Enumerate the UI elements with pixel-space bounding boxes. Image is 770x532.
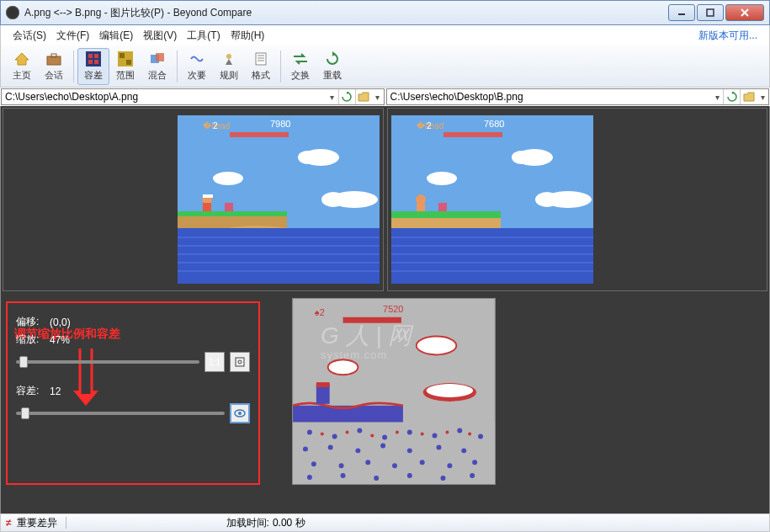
svg-point-107 xyxy=(447,463,452,468)
path-left-dropdown[interactable]: ▾ xyxy=(327,93,338,102)
tool-sessions[interactable]: 会话 xyxy=(38,48,70,85)
svg-point-56 xyxy=(535,192,559,207)
svg-rect-14 xyxy=(126,60,131,65)
svg-point-104 xyxy=(365,460,370,465)
tool-secondary[interactable]: 次要 xyxy=(181,48,213,85)
svg-rect-78 xyxy=(343,317,401,323)
controls-panel: 偏移:(0,0) 缩放:47% 1:1 容差:12 xyxy=(3,298,263,488)
diff-status-label: 重要差异 xyxy=(17,516,57,530)
tool-range[interactable]: 范围 xyxy=(109,48,141,85)
zoom-label: 缩放: xyxy=(16,332,50,347)
svg-point-54 xyxy=(427,172,457,185)
zoom-actual-button[interactable]: 1:1 xyxy=(204,352,225,372)
right-image-panel[interactable]: �head 2 7680 xyxy=(387,108,768,291)
tool-reload[interactable]: 重载 xyxy=(316,48,348,85)
svg-text:2: 2 xyxy=(213,121,218,130)
svg-point-17 xyxy=(226,54,231,59)
tool-home[interactable]: 主页 xyxy=(6,48,38,85)
svg-rect-7 xyxy=(86,51,101,66)
svg-rect-38 xyxy=(203,203,211,211)
svg-point-92 xyxy=(433,434,438,439)
svg-point-101 xyxy=(461,448,466,453)
statusbar: ≠ 重要差异 加载时间: 0.00 秒 xyxy=(0,513,770,532)
tool-format[interactable]: 格式 xyxy=(245,48,277,85)
diff-image-thumb: ♠2 7520 xyxy=(292,298,496,485)
svg-point-32 xyxy=(213,172,243,185)
svg-point-114 xyxy=(470,473,475,478)
zoom-fit-button[interactable] xyxy=(230,352,250,372)
svg-point-113 xyxy=(440,476,445,481)
zoom-slider[interactable] xyxy=(16,360,199,364)
path-right-input[interactable] xyxy=(387,89,712,104)
svg-rect-51 xyxy=(443,132,502,137)
tolerance-icon xyxy=(85,51,102,67)
path-left-input[interactable] xyxy=(2,89,327,104)
svg-point-91 xyxy=(407,430,412,435)
diff-panel[interactable]: ♠2 7520 xyxy=(267,298,767,488)
path-left-refresh[interactable] xyxy=(338,89,355,104)
path-right-browse[interactable] xyxy=(740,89,757,104)
tool-swap[interactable]: 交换 xyxy=(284,48,316,85)
svg-text:♠2: ♠2 xyxy=(315,307,325,317)
blend-icon xyxy=(149,51,166,67)
svg-point-79 xyxy=(417,337,457,355)
svg-point-118 xyxy=(396,431,399,434)
range-icon xyxy=(117,51,134,67)
svg-rect-61 xyxy=(438,203,447,211)
svg-point-89 xyxy=(357,428,362,434)
svg-rect-10 xyxy=(88,60,93,64)
menu-help[interactable]: 帮助(H) xyxy=(226,26,270,45)
path-left-browse[interactable] xyxy=(355,89,372,104)
svg-point-72 xyxy=(238,360,242,364)
menu-tools[interactable]: 工具(T) xyxy=(182,26,225,45)
svg-rect-40 xyxy=(225,203,233,211)
svg-text:7680: 7680 xyxy=(484,119,504,129)
menu-file[interactable]: 文件(F) xyxy=(51,26,94,45)
path-right-dropdown[interactable]: ▾ xyxy=(711,93,723,102)
svg-rect-16 xyxy=(156,53,164,61)
svg-point-121 xyxy=(468,433,471,436)
svg-rect-62 xyxy=(391,228,593,284)
path-row: ▾ ▾ ▾ ▾ xyxy=(0,88,770,106)
window-title: A.png <--> B.png - 图片比较(P) - Beyond Comp… xyxy=(24,6,666,20)
svg-point-120 xyxy=(445,431,449,434)
svg-rect-13 xyxy=(119,53,125,58)
tool-blend[interactable]: 混合 xyxy=(141,48,173,85)
left-image-thumb: �head 2 7980 xyxy=(178,115,380,284)
tolerance-slider[interactable] xyxy=(16,412,225,415)
svg-point-80 xyxy=(328,359,358,375)
svg-point-109 xyxy=(307,475,312,480)
svg-point-90 xyxy=(382,435,387,440)
maximize-button[interactable] xyxy=(697,4,724,21)
offset-value: (0,0) xyxy=(50,317,71,328)
svg-point-110 xyxy=(341,473,346,478)
path-right: ▾ ▾ xyxy=(386,88,770,105)
path-right-browse-dd[interactable]: ▾ xyxy=(757,93,768,102)
tool-tolerance[interactable]: 容差 xyxy=(77,48,109,85)
svg-rect-8 xyxy=(88,54,93,58)
svg-point-108 xyxy=(472,460,477,465)
tolerance-preview-button[interactable] xyxy=(230,403,250,423)
menu-edit[interactable]: 编辑(E) xyxy=(94,26,138,45)
svg-point-98 xyxy=(380,443,385,448)
svg-point-111 xyxy=(374,476,379,481)
svg-rect-11 xyxy=(94,60,98,64)
svg-rect-57 xyxy=(391,216,501,228)
svg-point-106 xyxy=(420,460,425,465)
offset-label: 偏移: xyxy=(16,315,50,329)
reload-icon xyxy=(324,51,341,67)
menu-session[interactable]: 会话(S) xyxy=(8,26,51,45)
path-right-refresh[interactable] xyxy=(723,89,740,104)
svg-point-34 xyxy=(321,192,345,207)
left-image-panel[interactable]: �head 2 7980 xyxy=(3,108,384,291)
menu-view[interactable]: 视图(V) xyxy=(138,26,182,45)
path-left: ▾ ▾ xyxy=(1,88,385,105)
minimize-button[interactable] xyxy=(668,4,695,21)
path-left-browse-dd[interactable]: ▾ xyxy=(372,93,384,102)
tool-rules[interactable]: 规则 xyxy=(213,48,245,85)
svg-text:7520: 7520 xyxy=(383,304,403,314)
update-link[interactable]: 新版本可用... xyxy=(693,26,762,45)
svg-rect-39 xyxy=(203,194,213,198)
close-button[interactable] xyxy=(725,4,764,21)
secondary-icon xyxy=(189,51,205,67)
